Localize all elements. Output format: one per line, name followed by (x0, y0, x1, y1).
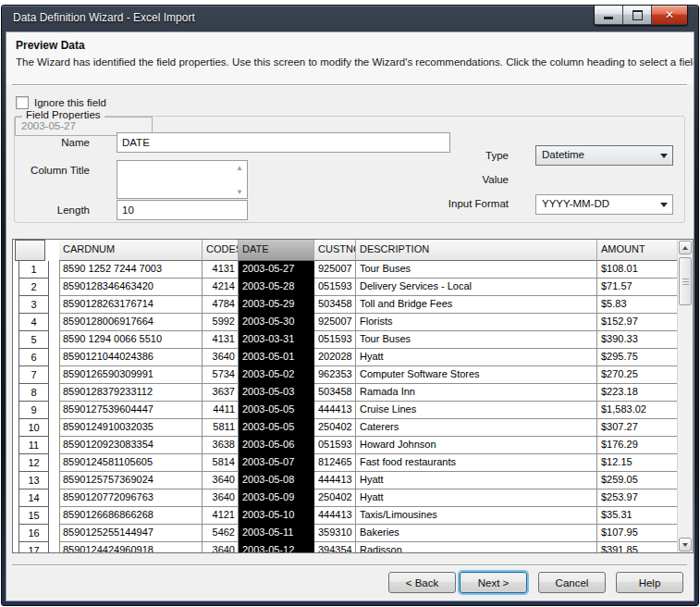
row-number-cell[interactable]: 2 (13, 279, 59, 296)
table-row[interactable]: 13859012575736902436402003-05-08444413Hy… (13, 472, 678, 489)
row-number-cell[interactable]: 12 (13, 454, 59, 472)
cell-amount[interactable]: $35.31 (597, 507, 678, 525)
table-row[interactable]: 8859012837923311236372003-05-03503458Ram… (13, 384, 678, 402)
cell-amount[interactable]: $152.97 (597, 314, 678, 331)
cell-date[interactable]: 2003-05-02 (239, 366, 314, 384)
scroll-down-button[interactable] (679, 538, 692, 551)
cell-cardnum[interactable]: 8590128379233112 (59, 384, 203, 402)
cell-cardnum[interactable]: 8590 1294 0066 5510 (59, 331, 203, 349)
vertical-scrollbar[interactable] (677, 240, 693, 552)
column-title-input[interactable] (117, 160, 248, 199)
cell-date[interactable]: 2003-05-28 (239, 279, 314, 296)
cell-codes[interactable]: 4214 (203, 279, 239, 296)
cell-description[interactable]: Tour Buses (356, 261, 597, 279)
column-title-scroll-down-icon[interactable]: ▼ (236, 189, 243, 196)
table-row[interactable]: 9859012753960444744112003-05-05444413Cru… (13, 402, 678, 419)
cell-date[interactable]: 2003-05-10 (239, 507, 314, 525)
cell-description[interactable]: Caterers (356, 419, 597, 437)
help-button[interactable]: Help (616, 572, 683, 593)
row-number-cell[interactable]: 7 (13, 366, 59, 384)
cell-cardnum[interactable]: 8590124910032035 (59, 419, 203, 437)
ignore-field-checkbox[interactable] (16, 96, 29, 109)
cell-custno[interactable]: 503458 (314, 384, 356, 402)
cell-amount[interactable]: $1,583.02 (597, 402, 678, 419)
back-button[interactable]: < Back (388, 572, 456, 593)
table-row[interactable]: 2859012834646342042142003-05-28051593Del… (13, 279, 678, 296)
cell-custno[interactable]: 051593 (314, 437, 356, 454)
cell-date[interactable]: 2003-03-31 (239, 331, 314, 349)
cell-cardnum[interactable]: 8590125255144947 (59, 525, 203, 542)
cell-date[interactable]: 2003-05-05 (239, 402, 314, 419)
scroll-up-button[interactable] (679, 241, 692, 254)
cell-codes[interactable]: 4131 (203, 261, 239, 279)
cell-custno[interactable]: 444413 (314, 402, 356, 419)
cell-date[interactable]: 2003-05-08 (239, 472, 314, 489)
cell-custno[interactable]: 051593 (314, 279, 356, 296)
cell-codes[interactable]: 4784 (203, 296, 239, 314)
cell-amount[interactable]: $295.75 (597, 349, 678, 366)
cell-amount[interactable]: $176.29 (597, 437, 678, 454)
cell-amount[interactable]: $391.85 (597, 542, 678, 552)
cell-description[interactable]: Radisson (356, 542, 597, 552)
column-header-date[interactable]: DATE (239, 240, 314, 261)
maximize-button[interactable] (623, 6, 652, 24)
cell-description[interactable]: Hyatt (356, 472, 597, 489)
cell-amount[interactable]: $5.83 (597, 296, 678, 314)
cell-codes[interactable]: 3637 (203, 384, 239, 402)
column-title-scroll-up-icon[interactable]: ▲ (236, 165, 243, 172)
cell-amount[interactable]: $12.15 (597, 454, 678, 472)
cell-codes[interactable]: 3640 (203, 472, 239, 489)
row-number-cell[interactable]: 3 (13, 296, 59, 314)
name-input[interactable] (117, 132, 450, 153)
cell-custno[interactable]: 962353 (314, 366, 356, 384)
cell-custno[interactable]: 503458 (314, 296, 356, 314)
table-row[interactable]: 4859012800691766459922003-05-30925007Flo… (13, 314, 678, 331)
cell-cardnum[interactable]: 8590128006917664 (59, 314, 203, 331)
table-row[interactable]: 7859012659030999157342003-05-02962353Com… (13, 366, 678, 384)
cell-date[interactable]: 2003-05-06 (239, 437, 314, 454)
table-row[interactable]: 17859012442496091836402003-05-12394354Ra… (13, 542, 678, 552)
cell-amount[interactable]: $390.33 (597, 331, 678, 349)
cell-description[interactable]: Ramada Inn (356, 384, 597, 402)
cell-cardnum[interactable]: 8590124424960918 (59, 542, 203, 552)
row-number-header[interactable] (13, 240, 59, 261)
column-header-custno[interactable]: CUSTNO (314, 240, 356, 261)
row-number-cell[interactable]: 11 (13, 437, 59, 454)
next-button[interactable]: Next > (460, 572, 527, 593)
cell-date[interactable]: 2003-05-30 (239, 314, 314, 331)
table-row[interactable]: 12859012458110560558142003-05-07812465Fa… (13, 454, 678, 472)
cell-description[interactable]: Florists (356, 314, 597, 331)
cell-codes[interactable]: 5734 (203, 366, 239, 384)
cell-date[interactable]: 2003-05-29 (239, 296, 314, 314)
cell-custno[interactable]: 444413 (314, 472, 356, 489)
table-row[interactable]: 11859012092308335436382003-05-06051593Ho… (13, 437, 678, 454)
cell-date[interactable]: 2003-05-01 (239, 349, 314, 366)
row-number-cell[interactable]: 16 (13, 525, 59, 542)
cell-codes[interactable]: 3640 (203, 349, 239, 366)
row-number-cell[interactable]: 14 (13, 489, 59, 507)
cell-custno[interactable]: 250402 (314, 489, 356, 507)
cell-amount[interactable]: $259.05 (597, 472, 678, 489)
cell-description[interactable]: Bakeries (356, 525, 597, 542)
cell-cardnum[interactable]: 8590128263176714 (59, 296, 203, 314)
column-header-amount[interactable]: AMOUNT (597, 240, 678, 261)
cell-codes[interactable]: 5462 (203, 525, 239, 542)
cell-codes[interactable]: 3638 (203, 437, 239, 454)
cell-description[interactable]: Hyatt (356, 349, 597, 366)
cell-custno[interactable]: 202028 (314, 349, 356, 366)
row-number-cell[interactable]: 8 (13, 384, 59, 402)
column-header-codes[interactable]: CODES (203, 240, 239, 261)
cell-amount[interactable]: $253.97 (597, 489, 678, 507)
cell-description[interactable]: Fast food restaurants (356, 454, 597, 472)
cell-cardnum[interactable]: 8590127539604447 (59, 402, 203, 419)
cell-amount[interactable]: $270.25 (597, 366, 678, 384)
cell-custno[interactable]: 925007 (314, 261, 356, 279)
cell-custno[interactable]: 812465 (314, 454, 356, 472)
cell-amount[interactable]: $71.57 (597, 279, 678, 296)
length-input[interactable] (117, 200, 248, 220)
cell-cardnum[interactable]: 8590120772096763 (59, 489, 203, 507)
cell-codes[interactable]: 4411 (203, 402, 239, 419)
cell-cardnum[interactable]: 8590121044024386 (59, 349, 203, 366)
cell-codes[interactable]: 4121 (203, 507, 239, 525)
row-number-cell[interactable]: 13 (13, 472, 59, 489)
